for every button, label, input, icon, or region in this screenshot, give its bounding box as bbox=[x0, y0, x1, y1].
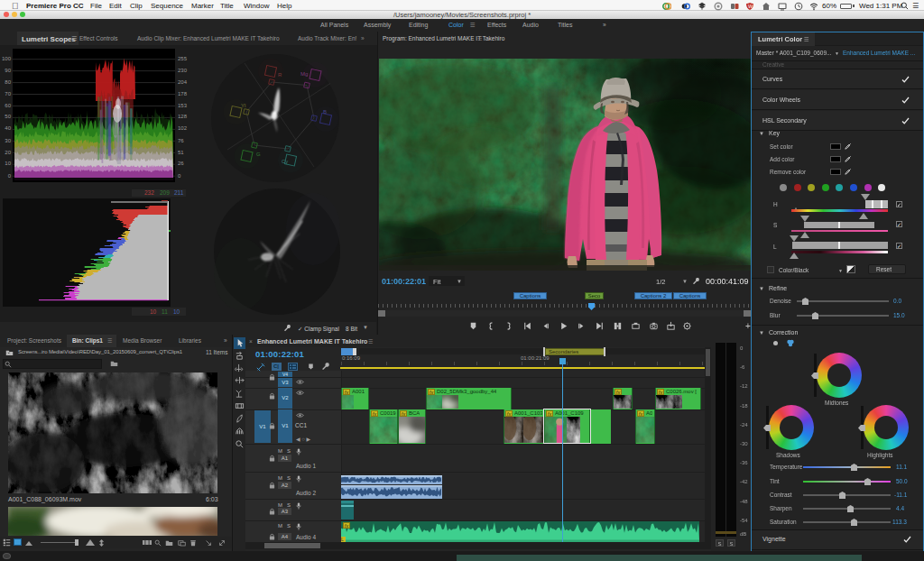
svg-text:Cy: Cy bbox=[282, 159, 288, 164]
svg-text:B: B bbox=[323, 109, 327, 115]
svg-text:Yl: Yl bbox=[241, 103, 245, 108]
svg-text:Mg: Mg bbox=[300, 71, 308, 77]
svg-text:R: R bbox=[278, 72, 282, 78]
svg-text:G: G bbox=[256, 152, 261, 157]
svg-text:W: W bbox=[748, 4, 753, 9]
